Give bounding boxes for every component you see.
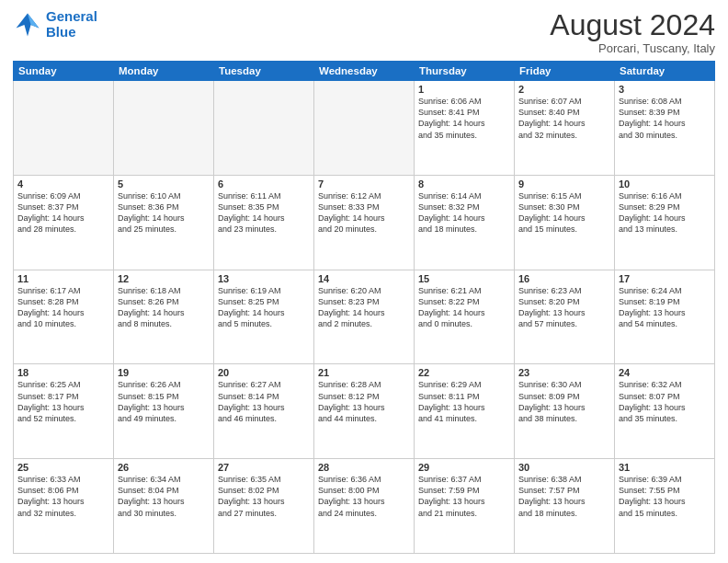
- day-info: Sunrise: 6:16 AM Sunset: 8:29 PM Dayligh…: [619, 190, 711, 236]
- day-number: 10: [619, 178, 711, 190]
- title-block: August 2024 Porcari, Tuscany, Italy: [550, 9, 715, 55]
- calendar-header-friday: Friday: [515, 62, 615, 81]
- day-info: Sunrise: 6:23 AM Sunset: 8:20 PM Dayligh…: [518, 285, 610, 330]
- day-number: 24: [619, 367, 711, 378]
- logo: General Blue: [13, 9, 97, 40]
- calendar-cell: 10Sunrise: 6:16 AM Sunset: 8:29 PM Dayli…: [615, 175, 715, 270]
- calendar-cell: 18Sunrise: 6:25 AM Sunset: 8:17 PM Dayli…: [14, 364, 114, 459]
- calendar-cell: 25Sunrise: 6:33 AM Sunset: 8:06 PM Dayli…: [14, 459, 114, 554]
- calendar-cell: 24Sunrise: 6:32 AM Sunset: 8:07 PM Dayli…: [615, 364, 715, 459]
- calendar-header-wednesday: Wednesday: [314, 62, 415, 81]
- calendar-cell: 17Sunrise: 6:24 AM Sunset: 8:19 PM Dayli…: [615, 270, 715, 364]
- day-number: 12: [118, 273, 210, 284]
- day-number: 20: [218, 367, 310, 378]
- calendar-cell: [314, 81, 415, 176]
- day-number: 7: [318, 178, 410, 190]
- calendar-header-tuesday: Tuesday: [214, 62, 314, 81]
- day-info: Sunrise: 6:21 AM Sunset: 8:22 PM Dayligh…: [418, 285, 510, 330]
- day-info: Sunrise: 6:07 AM Sunset: 8:40 PM Dayligh…: [518, 96, 610, 141]
- calendar-cell: 31Sunrise: 6:39 AM Sunset: 7:55 PM Dayli…: [615, 459, 715, 554]
- calendar-week-2: 11Sunrise: 6:17 AM Sunset: 8:28 PM Dayli…: [14, 270, 715, 364]
- calendar-cell: 3Sunrise: 6:08 AM Sunset: 8:39 PM Daylig…: [615, 81, 715, 176]
- day-number: 19: [118, 367, 210, 378]
- logo-icon: [13, 10, 42, 40]
- logo-text: General Blue: [46, 9, 97, 40]
- day-number: 2: [518, 84, 610, 95]
- calendar-cell: [14, 81, 114, 176]
- calendar-cell: 26Sunrise: 6:34 AM Sunset: 8:04 PM Dayli…: [114, 459, 214, 554]
- month-title: August 2024: [550, 9, 715, 41]
- day-info: Sunrise: 6:34 AM Sunset: 8:04 PM Dayligh…: [118, 474, 210, 519]
- calendar-cell: 27Sunrise: 6:35 AM Sunset: 8:02 PM Dayli…: [214, 459, 314, 554]
- calendar-cell: 29Sunrise: 6:37 AM Sunset: 7:59 PM Dayli…: [415, 459, 515, 554]
- day-number: 23: [518, 367, 610, 378]
- day-info: Sunrise: 6:12 AM Sunset: 8:33 PM Dayligh…: [318, 190, 410, 236]
- day-number: 3: [619, 84, 711, 95]
- day-number: 1: [418, 84, 510, 95]
- day-info: Sunrise: 6:18 AM Sunset: 8:26 PM Dayligh…: [118, 285, 210, 330]
- day-info: Sunrise: 6:36 AM Sunset: 8:00 PM Dayligh…: [318, 474, 410, 519]
- calendar-cell: [214, 81, 314, 176]
- day-info: Sunrise: 6:24 AM Sunset: 8:19 PM Dayligh…: [619, 285, 711, 330]
- calendar-cell: 2Sunrise: 6:07 AM Sunset: 8:40 PM Daylig…: [515, 81, 615, 176]
- day-info: Sunrise: 6:06 AM Sunset: 8:41 PM Dayligh…: [418, 96, 510, 141]
- day-number: 31: [619, 462, 711, 473]
- day-info: Sunrise: 6:25 AM Sunset: 8:17 PM Dayligh…: [17, 379, 109, 424]
- day-number: 26: [118, 462, 210, 473]
- calendar-cell: 19Sunrise: 6:26 AM Sunset: 8:15 PM Dayli…: [114, 364, 214, 459]
- calendar-cell: 22Sunrise: 6:29 AM Sunset: 8:11 PM Dayli…: [415, 364, 515, 459]
- calendar-cell: 20Sunrise: 6:27 AM Sunset: 8:14 PM Dayli…: [214, 364, 314, 459]
- day-number: 28: [318, 462, 410, 473]
- day-info: Sunrise: 6:17 AM Sunset: 8:28 PM Dayligh…: [17, 285, 109, 330]
- calendar-cell: 8Sunrise: 6:14 AM Sunset: 8:32 PM Daylig…: [415, 175, 515, 270]
- calendar-cell: 14Sunrise: 6:20 AM Sunset: 8:23 PM Dayli…: [314, 270, 415, 364]
- calendar-week-0: 1Sunrise: 6:06 AM Sunset: 8:41 PM Daylig…: [14, 81, 715, 176]
- day-info: Sunrise: 6:33 AM Sunset: 8:06 PM Dayligh…: [17, 474, 109, 519]
- calendar-cell: [114, 81, 214, 176]
- day-info: Sunrise: 6:15 AM Sunset: 8:30 PM Dayligh…: [518, 190, 610, 236]
- day-number: 15: [418, 273, 510, 284]
- day-number: 22: [418, 367, 510, 378]
- page: General Blue August 2024 Porcari, Tuscan…: [0, 0, 728, 563]
- day-info: Sunrise: 6:26 AM Sunset: 8:15 PM Dayligh…: [118, 379, 210, 424]
- calendar-header-saturday: Saturday: [615, 62, 715, 81]
- day-number: 4: [17, 178, 109, 190]
- day-number: 27: [218, 462, 310, 473]
- day-number: 25: [17, 462, 109, 473]
- calendar-cell: 15Sunrise: 6:21 AM Sunset: 8:22 PM Dayli…: [415, 270, 515, 364]
- day-info: Sunrise: 6:37 AM Sunset: 7:59 PM Dayligh…: [418, 474, 510, 519]
- logo-line1: General: [46, 8, 97, 24]
- day-info: Sunrise: 6:27 AM Sunset: 8:14 PM Dayligh…: [218, 379, 310, 424]
- calendar-table: SundayMondayTuesdayWednesdayThursdayFrid…: [13, 61, 715, 554]
- calendar-cell: 12Sunrise: 6:18 AM Sunset: 8:26 PM Dayli…: [114, 270, 214, 364]
- calendar-cell: 21Sunrise: 6:28 AM Sunset: 8:12 PM Dayli…: [314, 364, 415, 459]
- day-info: Sunrise: 6:29 AM Sunset: 8:11 PM Dayligh…: [418, 379, 510, 424]
- day-info: Sunrise: 6:28 AM Sunset: 8:12 PM Dayligh…: [318, 379, 410, 424]
- calendar-header-monday: Monday: [114, 62, 214, 81]
- day-number: 9: [518, 178, 610, 190]
- day-info: Sunrise: 6:08 AM Sunset: 8:39 PM Dayligh…: [619, 96, 711, 141]
- calendar-week-1: 4Sunrise: 6:09 AM Sunset: 8:37 PM Daylig…: [14, 175, 715, 270]
- location: Porcari, Tuscany, Italy: [550, 41, 715, 55]
- day-number: 13: [218, 273, 310, 284]
- day-info: Sunrise: 6:14 AM Sunset: 8:32 PM Dayligh…: [418, 190, 510, 236]
- day-info: Sunrise: 6:30 AM Sunset: 8:09 PM Dayligh…: [518, 379, 610, 424]
- calendar-header-sunday: Sunday: [14, 62, 114, 81]
- logo-line2: Blue: [46, 24, 76, 40]
- day-number: 21: [318, 367, 410, 378]
- day-number: 16: [518, 273, 610, 284]
- day-info: Sunrise: 6:09 AM Sunset: 8:37 PM Dayligh…: [17, 190, 109, 236]
- day-number: 18: [17, 367, 109, 378]
- calendar-cell: 5Sunrise: 6:10 AM Sunset: 8:36 PM Daylig…: [114, 175, 214, 270]
- day-number: 17: [619, 273, 711, 284]
- calendar-cell: 30Sunrise: 6:38 AM Sunset: 7:57 PM Dayli…: [515, 459, 615, 554]
- day-number: 30: [518, 462, 610, 473]
- calendar-cell: 28Sunrise: 6:36 AM Sunset: 8:00 PM Dayli…: [314, 459, 415, 554]
- day-info: Sunrise: 6:38 AM Sunset: 7:57 PM Dayligh…: [518, 474, 610, 519]
- day-info: Sunrise: 6:11 AM Sunset: 8:35 PM Dayligh…: [218, 190, 310, 236]
- calendar-cell: 23Sunrise: 6:30 AM Sunset: 8:09 PM Dayli…: [515, 364, 615, 459]
- day-info: Sunrise: 6:19 AM Sunset: 8:25 PM Dayligh…: [218, 285, 310, 330]
- calendar-cell: 16Sunrise: 6:23 AM Sunset: 8:20 PM Dayli…: [515, 270, 615, 364]
- day-info: Sunrise: 6:35 AM Sunset: 8:02 PM Dayligh…: [218, 474, 310, 519]
- calendar-cell: 6Sunrise: 6:11 AM Sunset: 8:35 PM Daylig…: [214, 175, 314, 270]
